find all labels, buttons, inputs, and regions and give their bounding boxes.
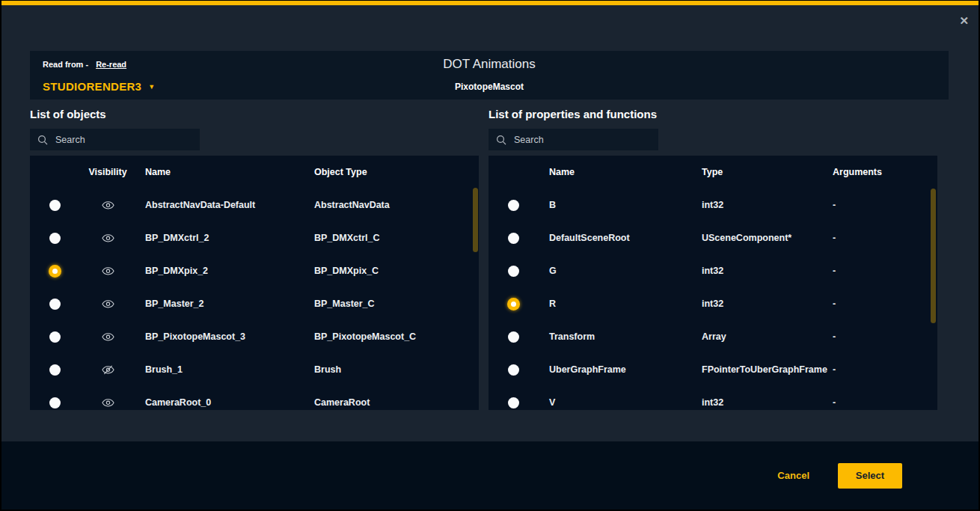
radio-cell — [489, 298, 538, 310]
visibility-cell — [79, 233, 136, 243]
object-type: BP_PixotopeMascot_C — [314, 331, 479, 342]
table-row[interactable]: Bint32- — [489, 189, 937, 221]
table-row[interactable]: Gint32- — [489, 254, 937, 287]
property-name: UberGraphFrame — [538, 364, 702, 375]
property-arguments: - — [833, 266, 937, 276]
radio-cell — [489, 364, 538, 376]
object-type: CameraRoot — [314, 397, 479, 408]
eye-icon[interactable] — [102, 299, 114, 309]
object-type: BP_DMXpix_C — [314, 266, 479, 276]
radio-button[interactable] — [49, 331, 61, 343]
objects-table: Visibility Name Object Type AbstractNavD… — [30, 156, 479, 410]
radio-selected[interactable] — [49, 265, 61, 278]
property-arguments: - — [833, 233, 937, 243]
visibility-cell — [79, 398, 136, 408]
properties-panel-title: List of properties and functions — [489, 108, 657, 120]
object-name: BP_Master_2 — [136, 299, 314, 309]
eye-icon[interactable] — [102, 201, 114, 210]
table-row[interactable]: TransformArray- — [489, 320, 937, 353]
property-type: int32 — [702, 397, 833, 408]
radio-cell — [30, 397, 79, 409]
radio-button[interactable] — [508, 266, 519, 277]
object-name: CameraRoot_0 — [136, 397, 314, 408]
radio-selected[interactable] — [507, 298, 520, 310]
object-name: BP_PixotopeMascot_3 — [136, 331, 314, 342]
property-name: R — [538, 299, 702, 309]
property-type: int32 — [702, 299, 833, 309]
radio-cell — [489, 233, 538, 244]
dialog-window: ✕ Read from -Re-read STUDIORENDER3▼ DOT … — [1, 0, 979, 510]
dialog-subtitle: PixotopeMascot — [30, 82, 949, 92]
table-row[interactable]: AbstractNavData-DefaultAbstractNavData — [30, 189, 479, 221]
table-row[interactable]: DefaultSceneRootUSceneComponent*- — [489, 221, 937, 254]
visibility-cell — [79, 299, 136, 309]
eye-icon[interactable] — [102, 398, 114, 408]
objects-panel-title: List of objects — [30, 108, 106, 120]
radio-button[interactable] — [49, 200, 61, 211]
property-type: Array — [702, 331, 833, 342]
property-name: Transform — [538, 331, 702, 342]
objects-search-input[interactable] — [55, 135, 192, 145]
radio-cell — [30, 233, 79, 244]
cancel-button[interactable]: Cancel — [777, 470, 809, 481]
property-arguments: - — [833, 331, 937, 342]
radio-button[interactable] — [49, 364, 61, 376]
table-row[interactable]: UberGraphFrameFPointerToUberGraphFrame- — [489, 353, 937, 386]
radio-button[interactable] — [49, 397, 61, 409]
object-name: BP_DMXpix_2 — [136, 266, 314, 276]
property-name: DefaultSceneRoot — [538, 233, 702, 243]
object-type: AbstractNavData — [314, 200, 479, 210]
radio-button[interactable] — [508, 233, 519, 244]
table-row[interactable]: Brush_1Brush — [30, 353, 479, 386]
select-button[interactable]: Select — [838, 463, 902, 489]
table-row[interactable]: BP_DMXctrl_2BP_DMXctrl_C — [30, 221, 479, 254]
radio-dot — [52, 269, 58, 274]
table-row[interactable]: BP_DMXpix_2BP_DMXpix_C — [30, 254, 479, 287]
table-row[interactable]: BP_PixotopeMascot_3BP_PixotopeMascot_C — [30, 320, 479, 353]
eye-off-icon[interactable] — [102, 365, 114, 375]
table-row[interactable]: CameraRoot_0CameraRoot — [30, 386, 479, 410]
radio-button[interactable] — [508, 331, 519, 343]
objects-search-box — [30, 129, 200, 150]
table-row[interactable]: BP_Master_2BP_Master_C — [30, 287, 479, 320]
property-arguments: - — [833, 299, 937, 309]
scrollbar[interactable] — [931, 189, 936, 323]
eye-icon[interactable] — [102, 233, 114, 243]
property-type: int32 — [702, 266, 833, 276]
object-name: AbstractNavData-Default — [136, 200, 314, 210]
close-icon[interactable]: ✕ — [959, 15, 969, 26]
property-type: int32 — [702, 200, 833, 210]
eye-icon[interactable] — [102, 266, 114, 276]
objects-table-header: Visibility Name Object Type — [30, 156, 479, 189]
radio-button[interactable] — [508, 200, 519, 211]
radio-button[interactable] — [49, 233, 61, 244]
properties-table-header: Name Type Arguments — [489, 156, 937, 189]
object-type: BP_Master_C — [314, 299, 479, 309]
properties-table: Name Type Arguments Bint32-DefaultSceneR… — [489, 156, 937, 410]
table-row[interactable]: Rint32- — [489, 287, 937, 320]
visibility-cell — [79, 365, 136, 375]
property-name: B — [538, 200, 702, 210]
column-header-name: Name — [136, 167, 314, 177]
table-row[interactable]: Vint32- — [489, 386, 937, 410]
radio-button[interactable] — [508, 397, 519, 409]
radio-cell — [30, 265, 79, 278]
header-bar: Read from -Re-read STUDIORENDER3▼ DOT An… — [30, 51, 949, 100]
object-type: BP_DMXctrl_C — [314, 233, 479, 243]
radio-button[interactable] — [49, 299, 61, 310]
search-icon — [37, 135, 48, 145]
eye-icon[interactable] — [102, 332, 114, 342]
property-type: USceneComponent* — [702, 233, 833, 243]
properties-search-input[interactable] — [514, 135, 651, 145]
column-header-type: Type — [702, 167, 833, 177]
visibility-cell — [79, 266, 136, 276]
radio-cell — [30, 331, 79, 343]
radio-cell — [30, 200, 79, 211]
object-name: Brush_1 — [136, 364, 314, 375]
radio-button[interactable] — [508, 364, 519, 376]
column-header-object-type: Object Type — [314, 167, 479, 177]
accent-top-bar — [1, 0, 979, 5]
object-name: BP_DMXctrl_2 — [136, 233, 314, 243]
scrollbar[interactable] — [473, 188, 478, 252]
radio-cell — [489, 397, 538, 409]
